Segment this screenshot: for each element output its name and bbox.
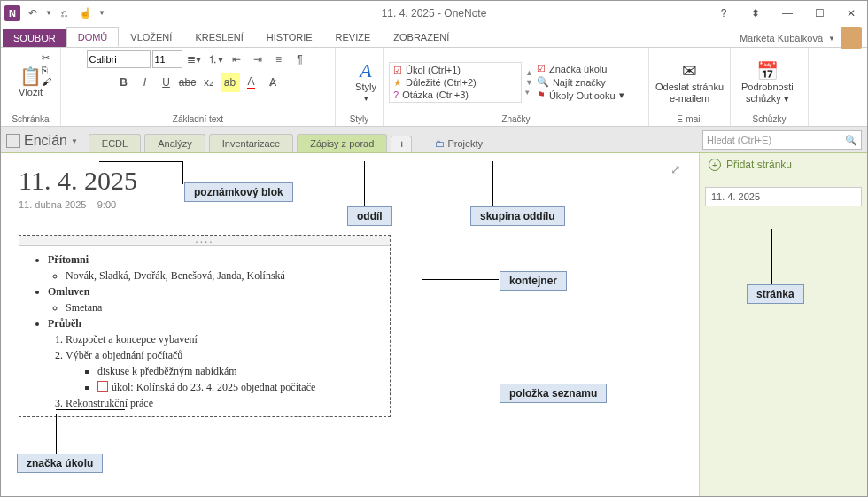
para-icon[interactable]: ¶ bbox=[291, 50, 310, 69]
calendar-icon: 📅 bbox=[756, 60, 779, 82]
bold-button[interactable]: B bbox=[114, 73, 134, 92]
qat-back-icon[interactable]: ↶ bbox=[24, 4, 42, 22]
group-tags-label: Značky bbox=[389, 114, 643, 126]
outdent-icon[interactable]: ⇤ bbox=[227, 50, 246, 69]
qat-dropdown-icon[interactable]: ▼ bbox=[45, 9, 52, 17]
group-styles-label: Styly bbox=[341, 114, 377, 126]
search-icon: 🔍 bbox=[845, 135, 857, 146]
meeting-details-button[interactable]: 📅 Podrobnosti schůzky ▾ bbox=[736, 58, 799, 105]
find-tags-button[interactable]: 🔍Najít značky bbox=[537, 76, 624, 88]
notebook-selector[interactable]: Encián ▼ bbox=[6, 133, 78, 152]
qat-undo-icon[interactable]: ⎌ bbox=[56, 4, 74, 22]
tab-review[interactable]: REVIZE bbox=[324, 27, 383, 47]
search-input[interactable]: Hledat (Ctrl+E) 🔍 bbox=[702, 130, 862, 150]
callout-list-item: položka seznamu bbox=[500, 384, 607, 403]
tag-important[interactable]: ★Důležité (Ctrl+2) bbox=[393, 77, 517, 89]
folder-icon: 🗀 bbox=[435, 138, 445, 149]
container-handle[interactable] bbox=[19, 236, 390, 246]
list-item[interactable]: diskuse k předběžným nabídkám bbox=[97, 363, 379, 379]
search-icon: 🔍 bbox=[537, 76, 549, 88]
tab-view[interactable]: ZOBRAZENÍ bbox=[382, 27, 461, 47]
cut-icon[interactable]: ✂ bbox=[42, 52, 51, 64]
tags-scroll-up-icon[interactable]: ▲ bbox=[525, 68, 533, 77]
callout-page: stránka bbox=[747, 284, 804, 304]
page-list-item[interactable]: 11. 4. 2025 bbox=[705, 187, 862, 206]
checkbox-icon: ☑ bbox=[537, 63, 546, 74]
section-tab-inventarizace[interactable]: Inventarizace bbox=[209, 134, 293, 152]
qat-touch-icon[interactable]: ☝ bbox=[77, 4, 95, 22]
group-clipboard-label: Schránka bbox=[6, 114, 55, 126]
tab-draw[interactable]: KRESLENÍ bbox=[183, 27, 254, 47]
group-font-label: Základní text bbox=[66, 114, 329, 126]
app-icon: N bbox=[4, 5, 20, 21]
section-tab-zapisy[interactable]: Zápisy z porad bbox=[297, 134, 387, 152]
section-tab-analyzy[interactable]: Analýzy bbox=[144, 134, 205, 152]
subscript-button[interactable]: x₂ bbox=[199, 73, 219, 92]
tab-file[interactable]: SOUBOR bbox=[3, 29, 66, 47]
tag-todo[interactable]: ☑Úkol (Ctrl+1) bbox=[393, 65, 517, 76]
notebook-title: Encián bbox=[24, 133, 67, 149]
tags-expand-icon[interactable]: ▾ bbox=[525, 88, 533, 97]
list-item[interactable]: Novák, Sladká, Dvořák, Benešová, Janda, … bbox=[66, 268, 379, 283]
italic-button[interactable]: I bbox=[136, 73, 155, 92]
tab-insert[interactable]: VLOŽENÍ bbox=[119, 27, 183, 47]
font-color-button[interactable]: A bbox=[242, 73, 261, 92]
checkbox-icon: ☑ bbox=[393, 65, 402, 76]
plus-icon: + bbox=[709, 159, 721, 171]
close-icon[interactable]: ✕ bbox=[839, 4, 864, 22]
tab-history[interactable]: HISTORIE bbox=[255, 27, 324, 47]
note-container[interactable]: Přítomni Novák, Sladká, Dvořák, Benešová… bbox=[19, 235, 391, 417]
strike-button[interactable]: abc bbox=[178, 73, 198, 92]
bullets-icon[interactable]: ≣▾ bbox=[184, 50, 204, 69]
user-avatar[interactable] bbox=[841, 27, 862, 49]
group-email-label: E-mail bbox=[655, 114, 725, 126]
highlight-button[interactable]: ab bbox=[221, 73, 240, 92]
outlook-tasks-button[interactable]: ⚑Úkoly Outlooku ▾ bbox=[537, 89, 624, 101]
list-item[interactable]: Rozpočet a koncepce vybavení bbox=[66, 331, 379, 347]
heading-pritomni: Přítomni bbox=[48, 253, 89, 266]
list-item[interactable]: Výběr a objednání počítačů diskuse k pře… bbox=[66, 347, 379, 395]
chevron-down-icon: ▼ bbox=[71, 137, 78, 145]
clipboard-icon: 📋 bbox=[19, 66, 42, 87]
tags-scroll-down-icon[interactable]: ▼ bbox=[525, 78, 533, 87]
align-icon[interactable]: ≡ bbox=[269, 50, 289, 69]
copy-icon[interactable]: ⎘ bbox=[42, 65, 51, 75]
add-section-button[interactable]: + bbox=[391, 136, 412, 152]
help-icon[interactable]: ? bbox=[711, 4, 736, 22]
section-group-projekty[interactable]: 🗀 Projekty bbox=[426, 135, 492, 152]
font-family-select[interactable] bbox=[87, 50, 151, 68]
styles-icon: A bbox=[360, 60, 371, 82]
clear-format-button[interactable]: A̷ bbox=[263, 73, 283, 92]
callout-task-tag: značka úkolu bbox=[17, 454, 103, 473]
tag-question[interactable]: ?Otázka (Ctrl+3) bbox=[393, 89, 517, 100]
email-page-button[interactable]: ✉ Odeslat stránku e-mailem bbox=[655, 58, 725, 105]
tab-home[interactable]: DOMŮ bbox=[66, 27, 120, 47]
expand-icon[interactable]: ⤢ bbox=[670, 162, 681, 176]
format-painter-icon[interactable]: 🖌 bbox=[42, 76, 51, 87]
ribbon-collapse-icon[interactable]: ⬍ bbox=[743, 4, 768, 22]
font-size-select[interactable] bbox=[152, 50, 182, 68]
callout-container: kontejner bbox=[500, 271, 567, 291]
user-dropdown-icon[interactable]: ▼ bbox=[828, 35, 835, 43]
callout-section: oddíl bbox=[347, 206, 392, 226]
group-meeting-label: Schůzky bbox=[736, 114, 802, 126]
indent-icon[interactable]: ⇥ bbox=[248, 50, 267, 69]
maximize-icon[interactable]: ☐ bbox=[807, 4, 832, 22]
task-checkbox[interactable] bbox=[97, 381, 108, 392]
underline-button[interactable]: U bbox=[157, 73, 176, 92]
envelope-icon: ✉ bbox=[682, 60, 697, 82]
list-item[interactable]: úkol: Kolínská do 23. 4. 2025 objednat p… bbox=[97, 379, 379, 395]
callout-notebook: poznámkový blok bbox=[184, 182, 293, 202]
user-name[interactable]: Markéta Kubálková bbox=[740, 33, 823, 43]
flag-icon: ⚑ bbox=[537, 89, 546, 101]
qat-customize-icon[interactable]: ▼ bbox=[98, 9, 105, 17]
list-item[interactable]: Smetana bbox=[66, 299, 379, 315]
numbering-icon[interactable]: ⒈▾ bbox=[205, 50, 225, 69]
add-page-button[interactable]: + Přidat stránku bbox=[700, 153, 867, 176]
minimize-icon[interactable]: — bbox=[775, 4, 800, 22]
heading-omluven: Omluven bbox=[48, 285, 89, 298]
tag-mark-button[interactable]: ☑Značka úkolu bbox=[537, 63, 624, 74]
page-title[interactable]: 11. 4. 2025 bbox=[19, 166, 681, 196]
section-tab-ecdl[interactable]: ECDL bbox=[89, 134, 141, 152]
question-icon: ? bbox=[393, 89, 399, 100]
